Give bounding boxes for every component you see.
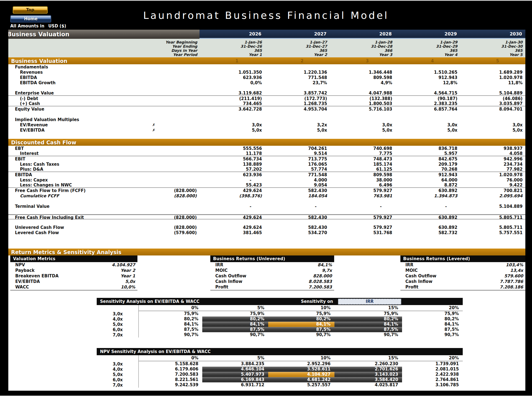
metrics-panel: Business Returns (Levered)IRR103,4%MOIC1…	[400, 255, 525, 291]
table-row: EBITDA Growth0,0%23,7%4,9%12,8%11,8%	[8, 80, 525, 85]
row-label: Equity Value	[8, 107, 125, 112]
cell-value: 3.857.742	[265, 91, 330, 96]
cell-value: (172.773)	[265, 96, 330, 101]
metric-value: 5,0x	[125, 279, 137, 284]
cell-value: 3,0x	[200, 122, 265, 127]
cell-value: 1.510.265	[395, 70, 460, 75]
row-label: EBIT	[8, 157, 125, 162]
multiple-row-header: 6,0x	[97, 327, 138, 332]
row-label: EBITDA	[8, 75, 125, 80]
sensitivity-row: 7,0x90,7%90,7%90,7%90,7%90,7%	[97, 332, 463, 337]
cell-value: 3,2x	[265, 122, 330, 127]
panel-row: Cash Outflow579.600	[400, 273, 525, 279]
wacc-column-header: 15%	[334, 355, 402, 361]
sensitivity-cell: 87,5%	[334, 327, 402, 332]
bottom-strip	[0, 396, 532, 399]
sensitivity-header: Sensitivity Analysis on EV/EBITDA & WACC…	[97, 298, 463, 305]
table-row: Free Cash Flow to Firm (FCFF)(828.000)42…	[8, 188, 525, 193]
date-value: 1-Jan-30	[460, 40, 525, 44]
metric-label: Profit	[400, 285, 418, 290]
sensitivity-cell: 1.739.091	[402, 361, 463, 367]
sensitivity-cell: 84,1%	[202, 322, 268, 327]
cell-value: 5.104.889	[460, 204, 525, 209]
cell-value: -	[200, 178, 265, 183]
date-value: 31-Dec-26	[200, 44, 265, 48]
cell-value: 9.514	[265, 151, 330, 156]
table-row: Enterprise Value3.119.6823.857.7424.047.…	[8, 91, 525, 96]
sensitivity-row: 5,0x84,1%84,1%84,1%84,1%84,1%	[97, 322, 463, 327]
metric-value: 7.787.786	[500, 279, 525, 284]
cell-value: 4.953.704	[265, 107, 330, 112]
sensitivity-cell: 3.143.023	[334, 372, 402, 377]
cell-value: 9.054	[265, 183, 330, 188]
metric-label: IRR	[400, 262, 413, 267]
cell-value: 381.465	[200, 230, 265, 235]
date-row: Days in Year365365366365365	[8, 48, 525, 52]
table-row: Plus: D&A57.20257.77461.12570.26877.982	[8, 167, 525, 172]
initial-value: (828.000)	[125, 188, 200, 193]
sensitivity-cell: 80,2%	[138, 316, 202, 322]
cell-value: 713.775	[265, 157, 330, 162]
sensitivity-cell: 87,5%	[268, 327, 334, 332]
multiple-row-header: 3,0x	[97, 311, 138, 316]
column-header-row: 0%5%10%15%20%	[97, 355, 463, 361]
cell-value: 138.889	[200, 162, 265, 167]
metric-label: WACC	[10, 285, 29, 290]
date-value: 1-Jan-26	[200, 40, 265, 44]
table-row: Less: Changes in NWC55.4239.0546.4968.87…	[8, 183, 525, 188]
cell-value: 5.716.103	[330, 107, 395, 112]
cell-value: 2.383.235	[395, 101, 460, 106]
cell-value: 9.422	[460, 183, 525, 188]
cell-value: -	[265, 204, 330, 209]
date-value: 1-Jan-27	[265, 40, 330, 44]
metric-value: Year 1	[121, 273, 137, 278]
table-row: Less: Cash Taxes138.889176.065185.174209…	[8, 162, 525, 167]
date-value: 365	[460, 48, 525, 53]
cell-value: 630.892	[395, 188, 460, 193]
sensitivity-row: 6,0x8.221.5616.169.8434.681.2423.584.420…	[97, 377, 463, 382]
sensitivity-cell: 80,2%	[402, 316, 463, 322]
sensitivity-cell: 4.025.817	[334, 382, 402, 388]
date-value: 365	[265, 48, 330, 53]
sensitivity-row: 3,0x75,9%75,9%75,9%75,9%75,9%	[97, 311, 463, 316]
cell-value: (211.419)	[200, 96, 265, 101]
date-value: 31-Dec-28	[330, 44, 395, 48]
sensitivity-cell: 80,2%	[268, 316, 334, 322]
multiple-row-header: 6,0x	[97, 377, 138, 382]
date-value: 365	[395, 48, 460, 53]
cell-value: 771.548	[265, 75, 330, 80]
sensitivity-cell: 3.584.420	[334, 377, 402, 382]
sensitivity-cell: 87,5%	[202, 327, 268, 332]
cell-value: 938.937	[460, 146, 525, 151]
metric-selector[interactable]: IRR	[338, 299, 401, 305]
panel-row: Cash Inflow8.028.583	[210, 279, 334, 284]
cell-value: 5,0x	[330, 128, 395, 133]
date-value: Year 2	[265, 52, 330, 57]
table-row: EBT555.556704.261740.698836.718938.937	[8, 146, 525, 151]
date-row: Year Beginning1-Jan-261-Jan-271-Jan-281-…	[8, 40, 525, 44]
cell-value: 4,9%	[330, 80, 395, 85]
initial-value: (828.000)	[125, 193, 200, 198]
row-label: (+) Cash	[8, 101, 125, 106]
cell-value: (90.187)	[395, 96, 460, 101]
sensitivity-row: 7,0x9.242.5396.931.7125.257.5574.025.817…	[97, 382, 463, 388]
page-title: Laundromat Business Financial Model	[0, 10, 532, 21]
sensitivity-on-label: Sensitivity on	[301, 299, 333, 304]
sensitivity-cell: 6.179.606	[138, 367, 202, 372]
toggle-mark: ✗	[125, 128, 200, 132]
date-value: 31-Dec-30	[460, 44, 525, 48]
row-label: Free Cash Flow Including Exit	[8, 215, 125, 220]
date-row: Year Ending31-Dec-2631-Dec-2731-Dec-2831…	[8, 44, 525, 48]
sensitivity-row: 6,0x87,5%87,5%87,5%87,5%87,5%	[97, 327, 463, 332]
table-row: Equity Value3.642.7284.953.7045.716.1036…	[8, 106, 525, 112]
cell-value: 11.178	[200, 151, 265, 156]
cell-value: 579.927	[330, 225, 395, 230]
initial-value: (828.000)	[125, 215, 200, 220]
cell-value: 700.821	[460, 188, 525, 193]
sensitivity-cell: 90,7%	[334, 332, 402, 337]
cell-value: 4.564.715	[395, 91, 460, 96]
cell-value: 5,0x	[265, 128, 330, 133]
metric-value: Year 2	[121, 268, 137, 273]
table-row: EV/EBITDA✗5,0x5,0x5,0x5,0x5,0x	[8, 127, 525, 133]
sensitivity-cell: 90,7%	[138, 332, 202, 337]
